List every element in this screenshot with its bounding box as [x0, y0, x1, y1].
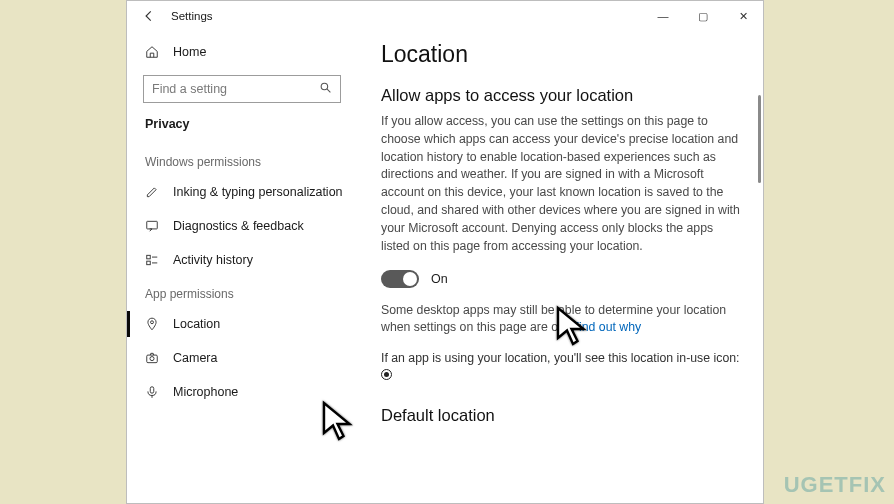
svg-rect-3 — [147, 261, 151, 265]
window-title: Settings — [163, 10, 213, 22]
title-bar: Settings — ▢ ✕ — [127, 1, 763, 31]
svg-point-6 — [150, 357, 154, 361]
settings-window: Settings — ▢ ✕ Home Find a setting Priva… — [126, 0, 764, 504]
watermark: UGETFIX — [784, 472, 886, 498]
sidebar-item-inking[interactable]: Inking & typing personalization — [127, 175, 357, 209]
sidebar-home-label: Home — [173, 45, 206, 59]
section-default-location-title: Default location — [381, 406, 741, 425]
svg-rect-1 — [147, 221, 158, 229]
location-in-use-icon — [381, 369, 392, 380]
section-allow-apps-title: Allow apps to access your location — [381, 86, 741, 105]
location-icon — [145, 317, 159, 331]
minimize-button[interactable]: — — [643, 1, 683, 31]
desktop-apps-note: Some desktop apps may still be able to d… — [381, 302, 741, 338]
svg-point-4 — [151, 321, 154, 324]
location-toggle[interactable] — [381, 270, 419, 288]
svg-point-0 — [321, 83, 328, 90]
in-use-note: If an app is using your location, you'll… — [381, 351, 741, 380]
group-app-permissions: App permissions — [127, 277, 357, 307]
sidebar-item-label: Inking & typing personalization — [173, 185, 343, 199]
sidebar: Home Find a setting Privacy Windows perm… — [127, 31, 357, 503]
sidebar-item-microphone[interactable]: Microphone — [127, 375, 357, 409]
sidebar-item-camera[interactable]: Camera — [127, 341, 357, 375]
toggle-state-label: On — [431, 272, 448, 286]
page-title: Location — [381, 41, 741, 68]
camera-icon — [145, 351, 159, 365]
location-toggle-row: On — [381, 270, 741, 288]
sidebar-item-diagnostics[interactable]: Diagnostics & feedback — [127, 209, 357, 243]
svg-rect-2 — [147, 255, 151, 259]
toggle-knob — [403, 272, 417, 286]
close-button[interactable]: ✕ — [723, 1, 763, 31]
sidebar-item-label: Location — [173, 317, 220, 331]
section-allow-apps-body: If you allow access, you can use the set… — [381, 113, 741, 256]
sidebar-item-label: Diagnostics & feedback — [173, 219, 304, 233]
pen-icon — [145, 185, 159, 199]
sidebar-item-location[interactable]: Location — [127, 307, 357, 341]
sidebar-item-activity[interactable]: Activity history — [127, 243, 357, 277]
back-button[interactable] — [135, 2, 163, 30]
group-windows-permissions: Windows permissions — [127, 145, 357, 175]
scrollbar[interactable] — [758, 95, 761, 183]
search-placeholder: Find a setting — [152, 82, 227, 96]
window-controls: — ▢ ✕ — [643, 1, 763, 31]
content-pane: Location Allow apps to access your locat… — [357, 31, 763, 503]
sidebar-item-label: Camera — [173, 351, 217, 365]
find-out-why-link[interactable]: Find out why — [572, 320, 642, 334]
feedback-icon — [145, 219, 159, 233]
search-icon — [319, 81, 332, 97]
sidebar-home[interactable]: Home — [127, 35, 357, 69]
breadcrumb: Privacy — [127, 113, 357, 145]
maximize-button[interactable]: ▢ — [683, 1, 723, 31]
sidebar-item-label: Microphone — [173, 385, 238, 399]
sidebar-item-label: Activity history — [173, 253, 253, 267]
search-input[interactable]: Find a setting — [143, 75, 341, 103]
timeline-icon — [145, 253, 159, 267]
microphone-icon — [145, 385, 159, 399]
svg-rect-7 — [150, 387, 154, 393]
home-icon — [145, 45, 159, 59]
